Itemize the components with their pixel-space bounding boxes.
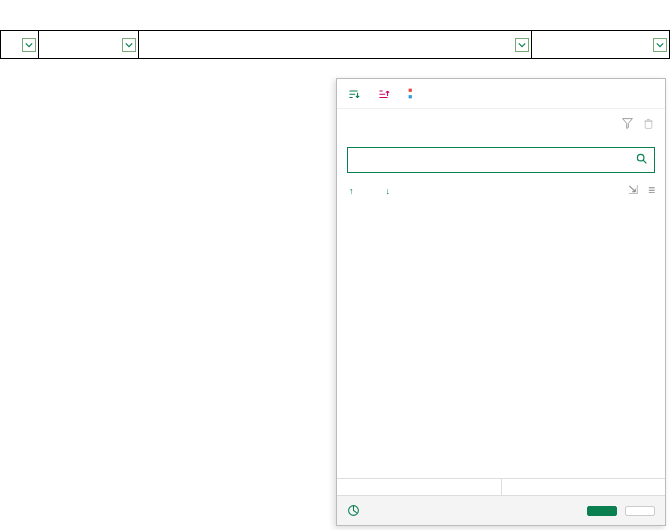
page-title	[0, 0, 670, 30]
tab-text[interactable]	[621, 117, 634, 137]
export-button[interactable]: ⇲	[628, 183, 638, 197]
filter-list	[337, 201, 665, 478]
search-input[interactable]	[354, 153, 635, 167]
dropdown-icon[interactable]	[515, 38, 529, 52]
cancel-button[interactable]	[625, 506, 655, 516]
sort-color[interactable]	[407, 87, 423, 100]
svg-rect-0	[409, 89, 412, 92]
svg-rect-1	[409, 95, 412, 98]
header-seq[interactable]	[1, 31, 39, 59]
dropdown-icon[interactable]	[122, 38, 136, 52]
analyze-button[interactable]	[347, 504, 364, 517]
filter-panel: ↑ ↓ ⇲ ≡	[336, 78, 666, 526]
sort-desc[interactable]	[377, 87, 393, 100]
options-button[interactable]: ≡	[648, 183, 655, 197]
data-table	[0, 30, 670, 59]
search-row	[337, 141, 665, 179]
arrow-down-icon: ↓	[386, 186, 391, 196]
filter-dup[interactable]	[502, 479, 666, 495]
footer-row	[337, 495, 665, 525]
list-head: ↑ ↓ ⇲ ≡	[337, 179, 665, 201]
header-name[interactable]	[39, 31, 139, 59]
sort-row	[337, 79, 665, 109]
svg-point-2	[637, 154, 644, 161]
ok-button[interactable]	[587, 506, 617, 516]
arrow-up-icon: ↑	[349, 186, 354, 196]
filter-mode-row	[337, 478, 665, 495]
dropdown-icon[interactable]	[653, 38, 667, 52]
sort-asc[interactable]	[347, 87, 363, 100]
header-unit[interactable]	[139, 31, 532, 59]
head-count[interactable]: ↓	[384, 183, 391, 197]
tabs-row	[337, 109, 665, 141]
clear-filter[interactable]	[642, 117, 655, 137]
search-icon[interactable]	[635, 152, 648, 168]
head-name[interactable]: ↑	[347, 183, 354, 197]
header-major[interactable]	[532, 31, 670, 59]
filter-unique[interactable]	[337, 479, 502, 495]
dropdown-icon[interactable]	[22, 38, 36, 52]
